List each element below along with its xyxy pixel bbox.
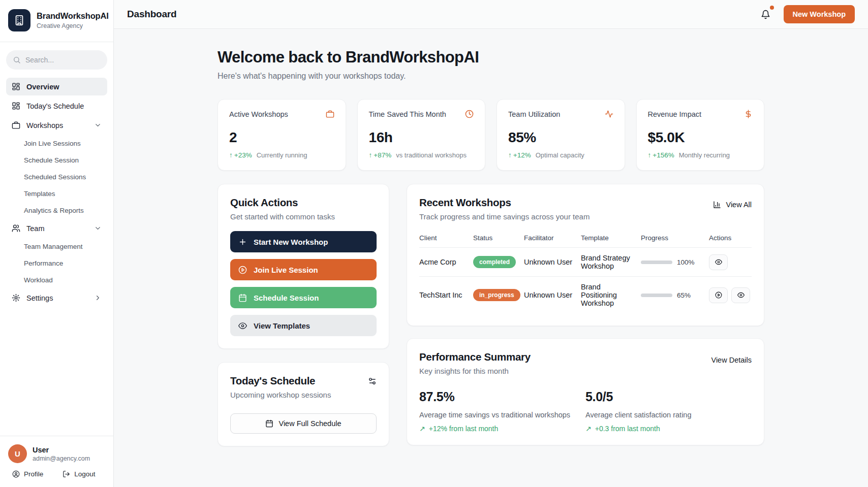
stat-note: Monthly recurring <box>679 151 730 159</box>
sidebar-item-scheduled-sessions[interactable]: Scheduled Sessions <box>6 169 107 185</box>
dashboard-grid-icon <box>12 82 20 91</box>
app-name: BrandWorkshopAI <box>37 11 109 21</box>
sidebar-item-team-management[interactable]: Team Management <box>6 239 107 254</box>
workshops-table: Client Status Facilitator Template Progr… <box>419 234 752 313</box>
sidebar-item-join-live-sessions[interactable]: Join Live Sessions <box>6 136 107 151</box>
chevron-down-icon <box>94 121 102 129</box>
metric-delta: +12% from last month <box>429 425 499 433</box>
view-all-button[interactable]: View All <box>713 201 752 209</box>
sidebar-item-performance[interactable]: Performance <box>6 255 107 271</box>
recent-workshops-title: Recent Workshops <box>419 197 590 209</box>
sidebar-item-workload[interactable]: Workload <box>6 272 107 288</box>
new-workshop-button[interactable]: New Workshop <box>784 5 855 23</box>
sidebar-item-templates[interactable]: Templates <box>6 186 107 202</box>
sidebar-item-schedule-session[interactable]: Schedule Session <box>6 152 107 168</box>
performance-summary-subtitle: Key insights for this month <box>419 367 531 375</box>
facilitator-cell: Unknown User <box>524 258 577 266</box>
sidebar-item-label: Overview <box>26 83 59 91</box>
view-all-label: View All <box>726 201 752 209</box>
progress-bar <box>641 294 672 297</box>
dollar-icon <box>744 110 753 118</box>
sidebar-nav: Overview Today's Schedule Workshops Join… <box>0 75 113 308</box>
plus-icon <box>238 238 247 246</box>
view-full-schedule-button[interactable]: View Full Schedule <box>230 413 377 434</box>
welcome-subtitle: Here's what's happening with your worksh… <box>218 72 764 81</box>
sidebar-item-label: Workshops <box>26 121 63 129</box>
status-badge: in_progress <box>473 289 520 301</box>
profile-label: Profile <box>24 470 43 478</box>
briefcase-icon <box>326 110 334 118</box>
calendar-icon <box>265 419 273 428</box>
app-tagline: Creative Agency <box>37 22 109 29</box>
view-workshop-button[interactable] <box>709 254 728 270</box>
stat-card-team-utilization: Team Utilization 85% ↑+12% Optimal capac… <box>497 99 625 171</box>
sidebar-item-settings[interactable]: Settings <box>6 289 107 307</box>
notifications-button[interactable] <box>759 8 772 21</box>
sidebar-item-overview[interactable]: Overview <box>6 78 107 95</box>
sidebar-item-analytics-reports[interactable]: Analytics & Reports <box>6 203 107 218</box>
sidebar-item-label: Team <box>26 224 44 233</box>
welcome-title: Welcome back to BrandWorkshopAI <box>218 48 764 67</box>
search-icon <box>13 56 21 64</box>
stat-value: 16h <box>369 129 474 146</box>
main-content: Welcome back to BrandWorkshopAI Here's w… <box>114 29 868 487</box>
todays-schedule-title: Today's Schedule <box>230 375 331 387</box>
stat-delta: +87% <box>374 151 391 159</box>
user-circle-icon <box>12 470 20 478</box>
stat-card-revenue-impact: Revenue Impact $5.0K ↑+156% Monthly recu… <box>636 99 765 171</box>
stat-card-time-saved: Time Saved This Month 16h ↑+87% vs tradi… <box>357 99 486 171</box>
search-input[interactable] <box>6 50 107 70</box>
user-name: User <box>33 446 90 454</box>
stat-label: Time Saved This Month <box>369 110 446 118</box>
sidebar-item-workshops[interactable]: Workshops <box>6 116 107 134</box>
client-cell: TechStart Inc <box>419 291 469 299</box>
arrow-up-icon: ↑ <box>229 151 233 159</box>
stat-delta: +23% <box>234 151 252 159</box>
eye-icon <box>737 291 745 299</box>
button-label: Schedule Session <box>254 294 319 302</box>
chevron-right-icon <box>94 294 102 302</box>
button-label: View Templates <box>254 321 310 330</box>
profile-button[interactable]: Profile <box>12 470 43 478</box>
eye-icon <box>715 258 722 266</box>
facilitator-cell: Unknown User <box>524 291 577 299</box>
view-templates-button[interactable]: View Templates <box>230 315 377 336</box>
quick-actions-panel: Quick Actions Get started with common ta… <box>218 184 389 349</box>
column-header: Template <box>581 234 637 242</box>
progress-label: 65% <box>677 291 691 299</box>
column-header: Progress <box>641 234 705 242</box>
stats-row: Active Workshops 2 ↑+23% Currently runni… <box>218 99 764 171</box>
template-cell: Brand Strategy Workshop <box>581 254 637 270</box>
sliders-icon[interactable] <box>368 377 377 385</box>
template-cell: Brand Positioning Workshop <box>581 283 637 307</box>
schedule-session-button[interactable]: Schedule Session <box>230 287 377 308</box>
join-live-session-button[interactable]: Join Live Session <box>230 259 377 280</box>
recent-workshops-panel: Recent Workshops Track progress and time… <box>407 184 764 326</box>
sidebar-item-team[interactable]: Team <box>6 219 107 237</box>
view-workshop-button[interactable] <box>731 287 750 303</box>
page-title: Dashboard <box>127 9 176 20</box>
stat-value: 2 <box>229 129 334 146</box>
view-details-button[interactable]: View Details <box>711 356 752 364</box>
resume-workshop-button[interactable] <box>709 287 728 303</box>
metric-value: 87.5% <box>419 389 585 404</box>
start-new-workshop-button[interactable]: Start New Workshop <box>230 231 377 252</box>
sidebar-item-todays-schedule[interactable]: Today's Schedule <box>6 97 107 115</box>
performance-summary-panel: Performance Summary Key insights for thi… <box>407 338 764 445</box>
bell-icon <box>761 10 770 19</box>
eye-icon <box>238 321 247 330</box>
chevron-down-icon <box>94 224 102 232</box>
recent-workshops-subtitle: Track progress and time savings across y… <box>419 212 590 221</box>
dashboard-grid-icon <box>12 102 20 110</box>
clock-icon <box>465 110 474 118</box>
user-email: admin@agency.com <box>33 455 90 462</box>
column-header: Status <box>473 234 520 242</box>
metric-caption: Average client satisfaction rating <box>585 411 752 419</box>
sidebar-user-section: U User admin@agency.com Profile Logout <box>0 436 113 487</box>
column-header: Client <box>419 234 469 242</box>
logout-button[interactable]: Logout <box>63 470 95 478</box>
app-logo-section: BrandWorkshopAI Creative Agency <box>0 0 113 42</box>
play-circle-icon <box>715 291 722 299</box>
todays-schedule-subtitle: Upcoming workshop sessions <box>230 391 331 399</box>
table-header-row: Client Status Facilitator Template Progr… <box>419 234 752 248</box>
